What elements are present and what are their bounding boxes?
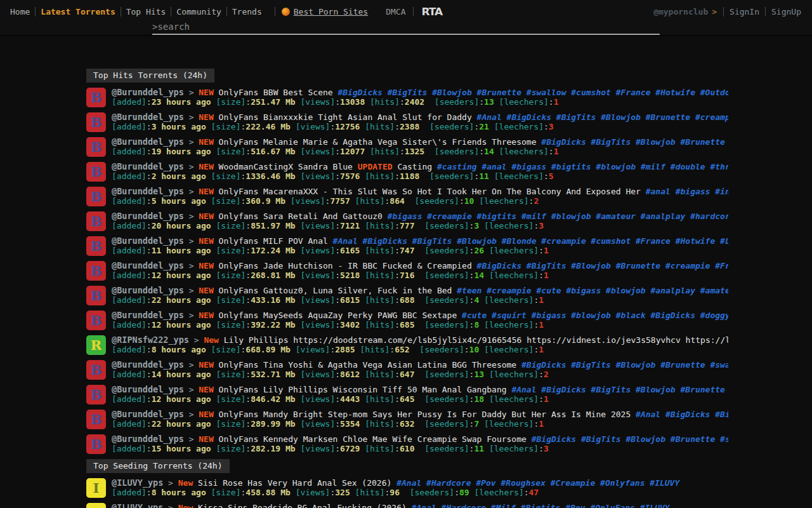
username-link[interactable]: @Burunddel_yps	[112, 434, 184, 444]
torrent-title[interactable]: Onlyfans MILF POV Anal	[219, 236, 328, 246]
user-avatar[interactable]: B	[86, 162, 106, 182]
username-link[interactable]: @Burunddel_yps	[112, 410, 184, 419]
user-avatar[interactable]: B	[86, 385, 106, 404]
best-porn-sites-link[interactable]: Best Porn Sites	[282, 7, 368, 17]
username-link[interactable]: @Burunddel_yps	[112, 187, 184, 196]
username-link[interactable]: @Burunddel_yps	[112, 211, 184, 221]
torrent-row[interactable]: I @ILUVY_yps > New Kissa Sins Roadside B…	[86, 503, 728, 508]
torrent-row[interactable]: B @Burunddel_yps > NEW Onlyfans MILF POV…	[86, 236, 728, 256]
torrent-tags[interactable]: #BigDicks #BigTits #Blowjob #Brunette #s…	[521, 360, 728, 370]
torrent-row[interactable]: B @Burunddel_yps > NEW OnlyFans BBW Best…	[86, 88, 728, 107]
user-avatar[interactable]: B	[86, 211, 106, 231]
username-link[interactable]: @Burunddel_yps	[112, 385, 184, 394]
username-link[interactable]: @Burunddel_yps	[112, 137, 184, 147]
nav-item-top-hits[interactable]: Top Hits	[121, 7, 171, 17]
torrent-tags[interactable]: #BigDicks #BigTits #Blowjob #Brunette #s…	[541, 137, 728, 147]
nav-item-latest-torrents[interactable]: Latest Torrents	[36, 7, 120, 17]
torrent-row[interactable]: B @Burunddel_yps > NEW Onlyfans Sara Ret…	[86, 211, 728, 231]
username-link[interactable]: @ILUVY_yps	[112, 478, 163, 488]
user-avatar[interactable]: I	[86, 478, 106, 498]
torrent-title[interactable]: OnlyFans Bianxxxkie Tight Asian Anal Slu…	[219, 112, 472, 122]
nav-item-home[interactable]: Home	[5, 7, 35, 17]
dmca-link[interactable]: DMCA	[386, 7, 405, 17]
torrent-tags[interactable]: #BigDicks #BigTits #Blowjob #Brunette #s…	[532, 434, 728, 444]
search-input[interactable]	[157, 22, 660, 32]
user-avatar[interactable]: I	[86, 503, 106, 508]
username-link[interactable]: @Burunddel_yps	[112, 261, 184, 271]
username-link[interactable]: @Burunddel_yps	[112, 162, 184, 171]
torrent-tags[interactable]: #Anal #BigDicks #BigTits #Blowjob #Brune…	[477, 112, 728, 122]
torrent-row[interactable]: I @ILUVY_yps > New Sisi Rose Has Very Ha…	[86, 478, 728, 498]
account-link[interactable]: @mypornclub	[653, 7, 712, 17]
torrent-title[interactable]: Onlyfans Sara Retali And Gattouz0	[219, 211, 383, 221]
user-avatar[interactable]: B	[86, 311, 106, 330]
user-avatar[interactable]: B	[86, 261, 106, 281]
chevron-right-icon[interactable]: >	[712, 7, 723, 17]
user-avatar[interactable]: B	[86, 410, 106, 429]
torrent-title[interactable]: Onlyfans MaySeeds AquaZay Perky PAWG BBC…	[219, 311, 457, 320]
signup-link[interactable]: SignUp	[766, 7, 807, 17]
torrent-row[interactable]: B @Burunddel_yps > NEW OnlyFans Lily Phi…	[86, 385, 728, 404]
torrent-title[interactable]: OnlyFans Kennedy Marksen Chloe Mae Wife …	[219, 434, 527, 444]
torrent-row[interactable]: R @RIPNsfw222_yps > New Lily Phillips ht…	[86, 335, 728, 355]
torrent-tags[interactable]: #anal #bigass #interrac…	[646, 187, 728, 196]
torrent-title[interactable]: WoodmanCastingX Sandra Blue	[219, 162, 353, 171]
torrent-row[interactable]: B @Burunddel_yps > NEW OnlyFans Melanie …	[86, 137, 728, 157]
torrent-title[interactable]: Sisi Rose Has Very Hard Anal Sex (2026)	[198, 478, 391, 488]
torrent-tags[interactable]: #Anal #Hardcore #Milf #Bigtits #Pov #Onl…	[412, 503, 670, 508]
user-avatar[interactable]: B	[86, 88, 106, 107]
stat-label-views: [views]	[291, 196, 325, 206]
user-avatar[interactable]: R	[86, 335, 106, 355]
torrent-tags[interactable]: #Anal #BigDicks #BigTits #Blowjob #Blond…	[333, 236, 728, 246]
torrent-tags[interactable]: #BigDicks #BigTits #Blowjob #Brunette #c…	[477, 261, 728, 271]
torrent-title[interactable]: OnlyFans Lily Phillips Wisconsin Tiff 50…	[219, 385, 507, 394]
user-avatar[interactable]: B	[86, 360, 106, 380]
user-avatar[interactable]: B	[86, 286, 106, 305]
torrent-row[interactable]: B @Burunddel_yps > NEW OnlyFans Tina Yos…	[86, 360, 728, 380]
torrent-row[interactable]: B @Burunddel_yps > NEW OnlyFans Mandy Br…	[86, 410, 728, 429]
torrent-row[interactable]: B @Burunddel_yps > NEW OnlyFans Macarena…	[86, 187, 728, 206]
username-link[interactable]: @Burunddel_yps	[112, 286, 184, 295]
torrent-row[interactable]: B @Burunddel_yps > NEW OnlyFans Kennedy …	[86, 434, 728, 454]
torrent-tags[interactable]: #BigDicks #BigTits #Blowjob #Brunette #s…	[337, 88, 728, 97]
new-badge: NEW	[199, 360, 213, 370]
torrent-title[interactable]: OnlyFans BBW Best Scene	[219, 88, 333, 97]
torrent-row[interactable]: B @Burunddel_yps > NEW Onlyfans MaySeeds…	[86, 311, 728, 330]
torrent-title[interactable]: Lily Phillips https://doodstream.com/e/l…	[224, 335, 728, 345]
nav-item-community[interactable]: Community	[171, 7, 226, 17]
torrent-title[interactable]: Kissa Sins Roadside BG Anal Fucking (202…	[198, 503, 407, 508]
torrent-title[interactable]: OnlyFans Jade Hutchison - IR BBC Fucked …	[219, 261, 472, 271]
peach-icon	[282, 8, 290, 16]
nav-item-trends[interactable]: Trends	[227, 7, 267, 17]
username-link[interactable]: @Burunddel_yps	[112, 311, 184, 320]
torrent-row[interactable]: B @Burunddel_yps > NEW OnlyFans Gattouz0…	[86, 286, 728, 305]
username-link[interactable]: @Burunddel_yps	[112, 112, 184, 122]
user-avatar[interactable]: B	[86, 187, 106, 206]
torrent-title[interactable]: Casting	[397, 162, 432, 171]
user-avatar[interactable]: B	[86, 137, 106, 157]
username-link[interactable]: @Burunddel_yps	[112, 88, 184, 97]
username-link[interactable]: @Burunddel_yps	[112, 360, 184, 370]
user-avatar[interactable]: B	[86, 112, 106, 132]
torrent-title[interactable]: OnlyFans Mandy Bright Step-mom Says Her …	[219, 410, 631, 419]
signin-link[interactable]: SignIn	[724, 7, 765, 17]
user-avatar[interactable]: B	[86, 236, 106, 256]
username-link[interactable]: @Burunddel_yps	[112, 236, 184, 246]
torrent-title[interactable]: OnlyFans Tina Yoshi & Agatha Vega Asian …	[219, 360, 517, 370]
torrent-tags[interactable]: #teen #creampie #cute #bigass #blowjob #…	[457, 286, 728, 295]
torrent-row[interactable]: B @Burunddel_yps > NEW OnlyFans Bianxxxk…	[86, 112, 728, 132]
torrent-title[interactable]: OnlyFans Melanie Marie & Agatha Vega Sis…	[219, 137, 537, 147]
torrent-row[interactable]: B @Burunddel_yps > NEW OnlyFans Jade Hut…	[86, 261, 728, 281]
torrent-tags[interactable]: #Anal #BigDicks #BigTits …	[636, 410, 728, 419]
torrent-tags[interactable]: #Anal #BigDicks #BigTits #Blowjob #Brune…	[511, 385, 728, 394]
torrent-title[interactable]: OnlyFans Gattouz0, Luna Silver, Fuck in …	[219, 286, 452, 295]
torrent-tags[interactable]: #Anal #Hardcore #Pov #Roughsex #Creampie…	[396, 478, 679, 488]
username-link[interactable]: @ILUVY_yps	[112, 503, 163, 508]
torrent-title[interactable]: OnlyFans MacarenaXXX - This Slut Was So …	[219, 187, 641, 196]
user-avatar[interactable]: B	[86, 434, 106, 454]
torrent-tags[interactable]: #casting #anal #bigass #bigtits #blowjob…	[437, 162, 728, 171]
torrent-tags[interactable]: #cute #squirt #bigass #blowjob #black #B…	[462, 311, 728, 320]
torrent-row[interactable]: B @Burunddel_yps > NEW WoodmanCastingX S…	[86, 162, 728, 182]
username-link[interactable]: @RIPNsfw222_yps	[112, 335, 189, 345]
torrent-tags[interactable]: #bigass #creampie #bigtits #milf #blowjo…	[388, 211, 728, 221]
